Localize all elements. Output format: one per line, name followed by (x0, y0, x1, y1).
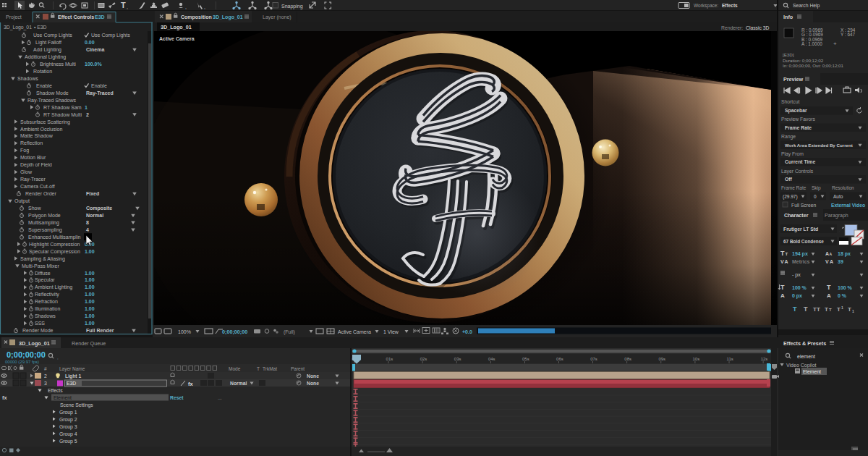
svg-text:Mode: Mode (229, 366, 241, 371)
svg-text:Render Order: Render Order (25, 191, 56, 196)
svg-text:1: 1 (841, 305, 843, 310)
svg-text:Preview: Preview (783, 76, 804, 83)
svg-text:T: T (121, 1, 126, 9)
svg-text:0;00;00;00: 0;00;00;00 (222, 329, 247, 335)
svg-text:T: T (780, 284, 785, 291)
svg-text:Project: Project (6, 14, 22, 20)
svg-text:(Full): (Full) (284, 329, 295, 335)
svg-text:Y : 647: Y : 647 (841, 32, 856, 37)
svg-text:Output: Output (14, 198, 30, 204)
svg-text:Search Help: Search Help (793, 3, 820, 9)
svg-text:T: T (804, 305, 808, 313)
svg-text:09s: 09s (658, 357, 665, 361)
svg-text:+0.0: +0.0 (462, 329, 472, 334)
svg-text:Show: Show (28, 206, 41, 211)
svg-text:Use Comp Lights: Use Comp Lights (91, 33, 130, 38)
svg-text:3: 3 (44, 381, 47, 386)
svg-text:E3D: E3D (95, 14, 105, 20)
svg-text:TrkMat: TrkMat (263, 366, 277, 371)
svg-text:0 %: 0 % (838, 293, 847, 298)
svg-text:100.0%: 100.0% (85, 62, 103, 67)
svg-text:,: , (204, 4, 205, 9)
svg-text:100%: 100% (178, 329, 191, 334)
svg-text:Ray-Traced Shadows: Ray-Traced Shadows (27, 98, 77, 104)
svg-text:Resolution: Resolution (832, 185, 854, 190)
svg-text:1.00: 1.00 (85, 277, 95, 282)
svg-text:RT Shadow Multi: RT Shadow Multi (43, 112, 82, 117)
svg-text:Reflectivity: Reflectivity (35, 292, 59, 297)
svg-text:04s: 04s (488, 357, 495, 361)
svg-text:07s: 07s (590, 357, 597, 361)
svg-text:Shortcut: Shortcut (781, 99, 799, 104)
svg-text:Specular Compression: Specular Compression (29, 249, 80, 255)
svg-text:3D_Logo_01: 3D_Logo_01 (19, 340, 50, 347)
svg-text:100 %: 100 % (838, 285, 853, 290)
svg-text:Cinema: Cinema (86, 47, 104, 52)
svg-text:Work Area Extended By Current: Work Area Extended By Current (785, 143, 853, 148)
svg-text:Enable: Enable (36, 83, 52, 88)
svg-text:Renderer:: Renderer: (721, 25, 743, 30)
svg-text:Classic 3D: Classic 3D (746, 25, 770, 30)
svg-text:11s: 11s (727, 357, 733, 361)
svg-text:Layer (none): Layer (none) (263, 14, 292, 20)
svg-text:Current Time: Current Time (785, 159, 815, 164)
svg-text:03s: 03s (454, 357, 461, 361)
svg-text:Diffuse: Diffuse (35, 271, 51, 276)
svg-text:None: None (307, 381, 319, 386)
svg-text:Supersampling: Supersampling (28, 227, 62, 233)
svg-text:Brightness Multi: Brightness Multi (40, 62, 76, 67)
svg-text:Effects & Presets: Effects & Presets (783, 340, 826, 347)
svg-text:fx: fx (188, 381, 193, 387)
svg-text:T: T (786, 252, 788, 256)
svg-text:Effect Controls: Effect Controls (58, 14, 94, 20)
svg-text:T: T (829, 308, 832, 312)
svg-text:Ambient Lighting: Ambient Lighting (35, 284, 72, 290)
svg-text:- px: - px (792, 272, 801, 278)
svg-text:Full Screen: Full Screen (791, 203, 817, 208)
svg-text:3D_Logo_01: 3D_Logo_01 (213, 14, 243, 20)
svg-text:0: 0 (814, 194, 817, 199)
svg-text:Off: Off (785, 177, 793, 182)
svg-text:Active Camera: Active Camera (338, 329, 371, 334)
svg-text:Matte Shadow: Matte Shadow (20, 133, 54, 138)
svg-text:Element: Element (54, 395, 72, 400)
svg-text:None: None (307, 373, 319, 379)
svg-text:Light Falloff: Light Falloff (35, 40, 61, 46)
svg-text:+: + (833, 41, 837, 47)
svg-text:A: A (830, 259, 833, 264)
svg-text:Play From: Play From (781, 151, 804, 157)
svg-text:Shadow Mode: Shadow Mode (36, 90, 69, 96)
svg-text:Character: Character (784, 212, 809, 219)
svg-text:RT Shadow Sam: RT Shadow Sam (43, 105, 82, 110)
svg-text:#: # (44, 366, 47, 371)
svg-text:,: , (127, 4, 128, 9)
svg-text:V: V (825, 259, 829, 264)
svg-text:T: T (825, 306, 828, 313)
svg-text:External Video: External Video (831, 203, 865, 208)
svg-text:Light 1: Light 1 (65, 373, 81, 379)
svg-text:08s: 08s (624, 357, 631, 361)
svg-text:Metrics: Metrics (792, 259, 810, 264)
svg-text:Skip: Skip (812, 185, 821, 191)
svg-text:0;00;00;00: 0;00;00;00 (7, 350, 46, 359)
svg-text:Motion Blur: Motion Blur (20, 155, 46, 160)
svg-text:Snapping: Snapping (281, 4, 303, 9)
svg-text:3D_Logo_01: 3D_Logo_01 (4, 25, 32, 30)
svg-text:Specular: Specular (35, 277, 55, 283)
svg-text:Layer Name: Layer Name (59, 366, 85, 372)
svg-text:1.00: 1.00 (85, 321, 95, 326)
svg-text:Paragraph: Paragraph (825, 213, 848, 219)
svg-text:T: T (827, 284, 831, 291)
svg-text:100 %: 100 % (792, 285, 807, 290)
svg-text:T: T (837, 306, 841, 313)
svg-text:In: 0;00;00;00, Out: 0;00;12;0: In: 0;00;00;00, Out: 0;00;12;01 (783, 63, 843, 68)
svg-text:Normal: Normal (86, 213, 103, 218)
svg-text:Illumination: Illumination (35, 306, 61, 311)
svg-text:Reset: Reset (170, 395, 184, 400)
svg-text:01s: 01s (386, 357, 393, 361)
svg-text:1.00: 1.00 (85, 284, 95, 290)
svg-text:element: element (797, 354, 815, 359)
svg-text:1.00: 1.00 (85, 306, 95, 311)
svg-text:Normal: Normal (230, 381, 247, 386)
svg-text:A : 1.0000: A : 1.0000 (801, 41, 822, 46)
